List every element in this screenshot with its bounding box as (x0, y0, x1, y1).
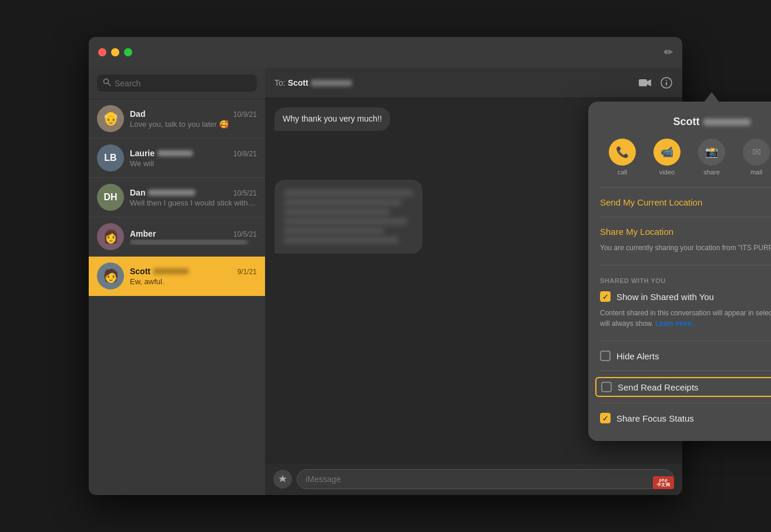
message-bubble-incoming: Why thank you very much!! (274, 107, 390, 131)
info-panel-caret (703, 92, 720, 103)
conv-header: Dad 10/9/21 (130, 109, 257, 119)
divider-3 (600, 265, 771, 265)
divider-2 (600, 217, 771, 217)
chat-contact-name: Scott (288, 78, 352, 87)
mail-icon: ✉ (743, 139, 770, 166)
divider-5 (600, 371, 771, 371)
info-action-video[interactable]: 📹 video (653, 139, 681, 176)
info-actions: 📞 call 📹 video 📸 share ✉ mail 👤 info (600, 139, 771, 176)
conv-name: Dad (130, 109, 145, 119)
svg-line-1 (108, 83, 110, 86)
maximize-button[interactable] (124, 48, 132, 56)
title-bar: ✏ (89, 37, 682, 68)
info-panel-name: Scott (600, 116, 771, 128)
panel-name-blurred (703, 119, 750, 126)
share-focus-checkbox[interactable]: ✓ (600, 413, 611, 423)
share-focus-row: ✓ Share Focus Status (600, 409, 771, 427)
call-icon: 📞 (609, 139, 636, 166)
compose-button[interactable]: ✏ (664, 46, 673, 59)
conv-header: Laurie 10/8/21 (130, 149, 257, 158)
hide-alerts-label: Hide Alerts (616, 351, 659, 361)
chat-header: To: Scott (265, 68, 682, 98)
hide-alerts-checkbox[interactable] (600, 351, 611, 361)
conversation-item-active[interactable]: 🧑 Scott 9/1/21 Ew, awful. (89, 257, 265, 296)
to-label-container: To: Scott (274, 78, 352, 87)
conversations-list: 👴 Dad 10/9/21 Love you, talk to you late… (89, 99, 265, 495)
conv-info: Scott 9/1/21 Ew, awful. (130, 267, 257, 286)
send-read-receipts-label: Send Read Receipts (618, 382, 699, 392)
blurred-name (157, 150, 193, 156)
svg-rect-2 (639, 79, 647, 86)
info-action-call[interactable]: 📞 call (609, 139, 636, 176)
svg-point-4 (666, 80, 667, 81)
learn-more-link[interactable]: Learn more... (655, 319, 697, 328)
show-shared-body: Content shared in this conversation will… (600, 305, 771, 335)
chat-input-area (265, 463, 682, 495)
search-input[interactable] (115, 79, 251, 88)
share-focus-label: Share Focus Status (616, 413, 694, 423)
info-panel: Scott 📞 call 📹 video 📸 share ✉ mail 👤 (588, 102, 771, 441)
message-input[interactable] (297, 469, 674, 489)
conv-info: Amber 10/5/21 (130, 229, 257, 245)
conv-header: Dan 10/5/21 (130, 188, 257, 197)
conversation-item[interactable]: DH Dan 10/5/21 Well then I guess I would… (89, 178, 265, 217)
blurred-preview (130, 240, 247, 245)
share-label: share (703, 169, 720, 176)
conv-time: 9/1/21 (237, 268, 257, 276)
conv-name: Dan (130, 188, 195, 197)
send-location-link[interactable]: Send My Current Location (600, 194, 771, 211)
show-shared-checkbox[interactable]: ✓ (600, 291, 611, 302)
conv-preview: Ew, awful. (130, 277, 257, 286)
conv-preview: Well then I guess I would stick with wha… (130, 198, 257, 207)
svg-point-0 (104, 79, 109, 84)
conv-name: Amber (130, 229, 156, 238)
app-store-button[interactable] (273, 470, 292, 489)
conv-name: Laurie (130, 149, 193, 158)
search-container (89, 68, 265, 99)
hide-alerts-row: Hide Alerts (600, 347, 771, 365)
blurred-name (153, 268, 189, 274)
app-window: ✏ 👴 (89, 37, 682, 495)
svg-rect-5 (666, 82, 667, 86)
search-wrapper (97, 75, 257, 92)
sidebar: 👴 Dad 10/9/21 Love you, talk to you late… (89, 68, 265, 495)
conv-preview: Love you, talk to you later 🥰 (130, 120, 257, 129)
conv-name: Scott (130, 267, 189, 276)
call-label: call (618, 169, 628, 176)
video-label: video (659, 169, 675, 176)
info-action-mail[interactable]: ✉ mail (743, 139, 770, 176)
chat-header-actions (639, 76, 673, 89)
conv-header: Scott 9/1/21 (130, 267, 257, 276)
conv-info: Dan 10/5/21 Well then I guess I would st… (130, 188, 257, 207)
conversation-item[interactable]: 👩 Amber 10/5/21 (89, 217, 265, 257)
conv-time: 10/8/21 (233, 150, 257, 158)
send-read-receipts-row: Send Read Receipts (595, 377, 771, 397)
share-icon: 📸 (698, 139, 725, 166)
share-location-link[interactable]: Share My Location (600, 223, 771, 240)
divider-1 (600, 187, 771, 188)
avatar: DH (97, 184, 124, 211)
info-button[interactable] (660, 76, 673, 89)
close-button[interactable] (98, 48, 106, 56)
avatar: LB (97, 144, 124, 171)
conv-time: 10/9/21 (233, 110, 257, 119)
info-action-share[interactable]: 📸 share (698, 139, 725, 176)
conv-info: Laurie 10/8/21 We will (130, 149, 257, 168)
contact-blurred-name (311, 80, 352, 86)
conv-header: Amber 10/5/21 (130, 229, 257, 238)
avatar: 👩 (97, 223, 124, 250)
blurred-name (148, 190, 195, 196)
send-read-receipts-checkbox[interactable] (601, 382, 612, 392)
show-shared-label: Show in Shared with You (616, 292, 714, 302)
watermark: php中文网 (653, 476, 674, 489)
minimize-button[interactable] (111, 48, 119, 56)
conversation-item[interactable]: LB Laurie 10/8/21 We will (89, 139, 265, 178)
chat-to-label: To: (274, 78, 286, 87)
window-controls (98, 48, 132, 56)
message-bubble-blurred (274, 180, 423, 254)
conversation-item[interactable]: 👴 Dad 10/9/21 Love you, talk to you late… (89, 99, 265, 139)
conv-preview: We will (130, 159, 257, 168)
search-icon (103, 78, 111, 88)
video-call-button[interactable] (639, 78, 652, 87)
conv-info: Dad 10/9/21 Love you, talk to you later … (130, 109, 257, 129)
